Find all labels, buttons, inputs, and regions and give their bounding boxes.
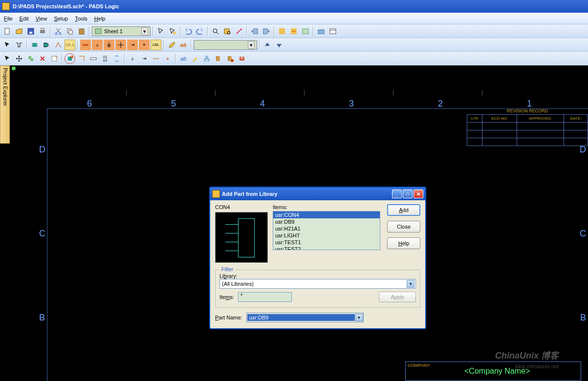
list-item[interactable]: usr:TEST1 (273, 239, 380, 246)
list-item[interactable]: usr:CON4 (273, 212, 380, 218)
zoom-sheet-icon[interactable] (222, 26, 233, 37)
new-icon[interactable] (2, 26, 13, 37)
close-button[interactable]: ✕ (414, 190, 423, 198)
items-listbox[interactable]: usr:CON4 usr:DB9 usr:H21A1 usr:LIGHT usr… (273, 211, 380, 250)
copy-icon[interactable] (65, 26, 75, 37)
up-arrow-icon[interactable] (262, 40, 273, 50)
library-combo[interactable]: (All Libraries) ▾ (219, 279, 416, 289)
svg-rect-18 (279, 28, 285, 34)
part-icon[interactable] (29, 40, 40, 50)
menu-file[interactable]: File (4, 16, 13, 21)
ground-icon[interactable] (104, 40, 114, 50)
swap-icon[interactable] (111, 53, 122, 64)
add-bus-icon[interactable] (88, 53, 99, 64)
netlabel-icon[interactable]: LBL (151, 40, 161, 50)
redraw-icon[interactable] (234, 26, 244, 37)
close-dialog-button[interactable]: Close (387, 221, 420, 233)
library-add-icon[interactable] (225, 53, 236, 64)
save-icon[interactable] (25, 26, 36, 37)
svg-rect-8 (69, 30, 72, 34)
project-window-icon[interactable] (327, 26, 338, 37)
cut-icon[interactable] (53, 26, 64, 37)
items-filter-input[interactable]: * (238, 292, 292, 302)
chevron-down-icon[interactable]: ▾ (141, 27, 148, 35)
add-part-icon[interactable]: + (65, 53, 75, 64)
help-button[interactable]: Help (387, 237, 420, 249)
select-mode-icon[interactable] (2, 40, 13, 50)
layer-selector[interactable]: ▾ (194, 40, 257, 50)
list-item[interactable]: usr:H21A1 (273, 225, 380, 232)
connection-icon[interactable] (53, 40, 64, 50)
sheet-icon (94, 27, 102, 35)
gate-icon[interactable] (41, 40, 52, 50)
list-item[interactable]: usr:LIGHT (273, 232, 380, 239)
add-field-icon[interactable]: ab (178, 53, 189, 64)
delete-icon[interactable]: ✕ (37, 53, 48, 64)
pointer-icon[interactable] (2, 53, 13, 64)
svg-rect-22 (330, 29, 336, 34)
add-offpage-icon[interactable]: ⇥ (139, 53, 150, 64)
add-refdes-icon[interactable]: U1U2 (100, 53, 110, 64)
svg-rect-4 (41, 28, 44, 30)
text-icon[interactable]: ab (178, 40, 189, 50)
print-icon[interactable] (37, 26, 48, 37)
prev-sheet-icon[interactable] (249, 26, 260, 37)
output-window-icon[interactable] (316, 26, 327, 37)
menu-tools[interactable]: Tools (75, 16, 87, 21)
hierarchy-add-icon[interactable]: + (237, 53, 247, 64)
junction-icon[interactable]: + (139, 40, 150, 50)
offpage-icon[interactable]: ⇥ (127, 40, 138, 50)
chevron-down-icon[interactable]: ▾ (248, 41, 255, 49)
power-icon[interactable]: ⏚ (92, 40, 103, 50)
add-connection-icon[interactable] (76, 53, 87, 64)
svg-rect-45 (204, 60, 206, 62)
list-item[interactable]: usr:TEST2 (273, 246, 380, 250)
library-icon[interactable] (213, 53, 224, 64)
list-item[interactable]: usr:DB9 (273, 218, 380, 225)
pads-layout-icon[interactable] (277, 26, 287, 37)
ole-icon[interactable] (300, 26, 311, 37)
project-explorer-tab[interactable]: Project Explorer (0, 65, 10, 144)
bus-icon[interactable] (80, 40, 91, 50)
menu-setup[interactable]: Setup (54, 16, 68, 21)
add-text-icon[interactable] (190, 53, 200, 64)
zoom-icon[interactable] (210, 26, 221, 37)
chevron-down-icon[interactable]: ▾ (407, 280, 414, 288)
select-conn-icon[interactable] (14, 40, 24, 50)
undo-icon[interactable] (183, 26, 194, 37)
move-icon[interactable] (14, 53, 24, 64)
sheet-selector[interactable]: Sheet 1 ▾ (92, 26, 151, 36)
hierarchy-icon[interactable] (201, 53, 212, 64)
next-sheet-icon[interactable] (261, 26, 272, 37)
revision-record: REVISION RECORD LTRECO NO:APPROVED:DATE: (467, 108, 588, 146)
down-arrow-icon[interactable] (274, 40, 284, 50)
select-icon[interactable] (155, 26, 166, 37)
row-label: B (580, 313, 586, 323)
pads-router-icon[interactable] (288, 26, 299, 37)
menu-help[interactable]: Help (94, 16, 106, 21)
add-ground-icon[interactable]: ⏚ (127, 53, 138, 64)
duplicate-icon[interactable] (49, 53, 60, 64)
dialog-titlebar[interactable]: Add Part from Library _ □ ✕ (210, 188, 425, 200)
menu-edit[interactable]: Edit (20, 16, 29, 21)
window-title: D:\PADS Projects\test5.sch* - PADS Logic (13, 3, 119, 9)
maximize-button[interactable]: □ (403, 190, 413, 198)
paste-icon[interactable] (76, 26, 87, 37)
svg-rect-20 (303, 29, 308, 34)
svg-rect-29 (83, 44, 88, 46)
col-label: 4 (260, 99, 265, 109)
menu-view[interactable]: View (36, 16, 47, 21)
open-icon[interactable] (14, 26, 24, 37)
add-junction-icon[interactable]: + (162, 53, 173, 64)
partname-combo[interactable]: usr:DB9 ▾ (246, 313, 364, 322)
edit-icon[interactable] (166, 40, 177, 50)
copy-mode-icon[interactable] (25, 53, 36, 64)
net-icon[interactable] (115, 40, 126, 50)
select-filter-icon[interactable] (167, 26, 178, 37)
redo-icon[interactable] (195, 26, 205, 37)
chevron-down-icon[interactable]: ▾ (355, 314, 363, 321)
minimize-button[interactable]: _ (392, 190, 402, 198)
add-net-icon[interactable] (151, 53, 161, 64)
refdes-icon[interactable]: U1.1 (65, 40, 75, 50)
add-button[interactable]: Add (387, 204, 420, 216)
